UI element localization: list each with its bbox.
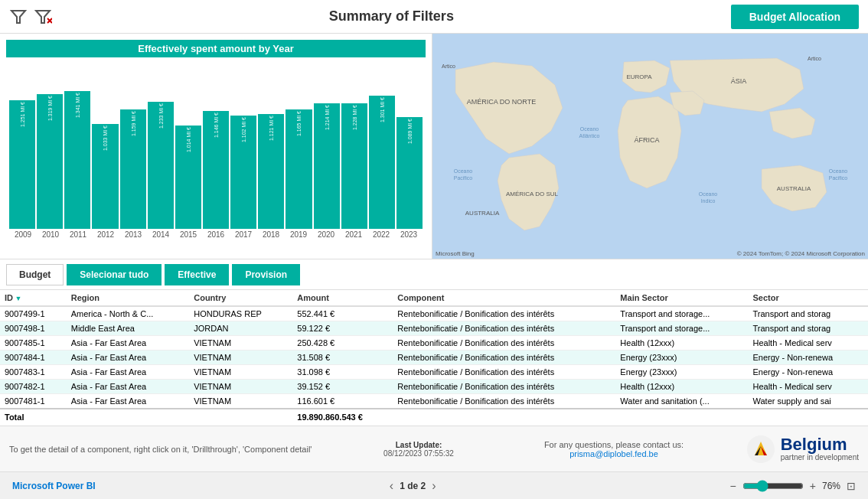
svg-text:AUSTRALIA: AUSTRALIA bbox=[465, 210, 500, 217]
svg-text:Pacifico: Pacifico bbox=[829, 175, 848, 181]
bar-2015[interactable]: 1.014 MI € bbox=[175, 60, 201, 229]
x-label-2021: 2021 bbox=[340, 230, 367, 239]
col-region[interactable]: Region bbox=[67, 290, 190, 306]
tab-effective[interactable]: Effective bbox=[165, 264, 229, 285]
cell-0-row-3: 9007484-1 bbox=[0, 351, 67, 365]
col-main-sector[interactable]: Main Sector bbox=[615, 290, 748, 306]
cell-1-row-0: America - North & C... bbox=[67, 306, 190, 321]
cell-4-row-6: Rentebonificatie / Bonification des inté… bbox=[393, 394, 615, 409]
map-credit: © 2024 TomTom; © 2024 Microsoft Corporat… bbox=[737, 250, 865, 257]
zoom-out-button[interactable]: − bbox=[730, 480, 736, 492]
svg-text:ÁSIA: ÁSIA bbox=[731, 77, 747, 85]
cell-2-row-2: VIETNAM bbox=[189, 336, 292, 351]
x-label-2015: 2015 bbox=[175, 230, 202, 239]
cell-3-row-4: 31.098 € bbox=[292, 365, 393, 380]
x-label-2014: 2014 bbox=[147, 230, 175, 239]
cell-1-row-6: Asia - Far East Area bbox=[67, 394, 190, 409]
bar-value-2019: 1.165 MI € bbox=[296, 111, 302, 136]
next-page-button[interactable]: › bbox=[432, 479, 436, 493]
table-row[interactable]: 9007499-1America - North & C...HONDURAS … bbox=[0, 306, 868, 321]
fit-screen-button[interactable]: ⊡ bbox=[847, 480, 856, 492]
svg-text:Oceano: Oceano bbox=[454, 168, 473, 174]
bar-2013[interactable]: 1.159 MI € bbox=[120, 60, 146, 229]
bar-2009[interactable]: 1.251 MI € bbox=[9, 60, 35, 229]
bar-2022[interactable]: 1.301 MI € bbox=[369, 60, 395, 229]
bar-value-2013: 1.159 MI € bbox=[130, 111, 135, 136]
col-country[interactable]: Country bbox=[189, 290, 292, 306]
tab-select-all[interactable]: Selecionar tudo bbox=[67, 264, 162, 285]
x-label-2011: 2011 bbox=[64, 230, 92, 239]
cell-5-row-2: Health (12xxx) bbox=[615, 336, 748, 351]
x-label-2023: 2023 bbox=[395, 230, 423, 239]
table-row[interactable]: 9007498-1Middle East AreaJORDAN59.122 €R… bbox=[0, 321, 868, 336]
bar-2018[interactable]: 1.121 MI € bbox=[258, 60, 284, 229]
cell-2-row-6: VIETNAM bbox=[189, 394, 292, 409]
x-label-2017: 2017 bbox=[230, 230, 257, 239]
cell-4-row-1: Rentebonificatie / Bonification des inté… bbox=[393, 321, 615, 336]
bar-value-2015: 1.014 MI € bbox=[185, 127, 191, 152]
page-info: 1 de 2 bbox=[400, 481, 426, 491]
svg-text:Artico: Artico bbox=[808, 56, 821, 61]
bar-chart-xaxis: 2009201020112012201320142015201620172018… bbox=[6, 229, 426, 239]
bar-2012[interactable]: 1.033 MI € bbox=[92, 60, 118, 229]
bar-2016[interactable]: 1.146 MI € bbox=[203, 60, 229, 229]
col-component[interactable]: Component bbox=[393, 290, 615, 306]
cell-1-row-5: Asia - Far East Area bbox=[67, 380, 190, 394]
col-id[interactable]: ID bbox=[0, 290, 67, 306]
svg-text:AMÉRICA DO SUL: AMÉRICA DO SUL bbox=[506, 191, 559, 197]
svg-text:AMÉRICA DO NORTE: AMÉRICA DO NORTE bbox=[467, 98, 536, 106]
charts-row: Effectively spent amount by Year 1.251 M… bbox=[0, 34, 868, 259]
belgium-flag-icon bbox=[747, 435, 775, 463]
tab-provision[interactable]: Provision bbox=[232, 264, 300, 285]
col-sector[interactable]: Sector bbox=[749, 290, 869, 306]
table-wrapper: ID Region Country Amount Component Main … bbox=[0, 290, 868, 426]
powerbi-link[interactable]: Microsoft Power BI bbox=[12, 481, 96, 491]
belgium-name: Belgium bbox=[781, 436, 859, 453]
map-ms-logo: Microsoft Bing bbox=[436, 250, 475, 257]
bar-2021[interactable]: 1.228 MI € bbox=[341, 60, 367, 229]
table-row[interactable]: 9007485-1Asia - Far East AreaVIETNAM250.… bbox=[0, 336, 868, 351]
cell-3-row-3: 31.508 € bbox=[292, 351, 393, 365]
cell-4-row-5: Rentebonificatie / Bonification des inté… bbox=[393, 380, 615, 394]
table-section: Budget Selecionar tudo Effective Provisi… bbox=[0, 259, 868, 426]
table-row[interactable]: 9007482-1Asia - Far East AreaVIETNAM39.1… bbox=[0, 380, 868, 394]
bar-2023[interactable]: 1.089 MI € bbox=[396, 60, 423, 229]
bar-2020[interactable]: 1.214 MI € bbox=[314, 60, 340, 229]
footer-contact: For any questions, please contact us: pr… bbox=[507, 440, 721, 458]
bar-2019[interactable]: 1.165 MI € bbox=[286, 60, 312, 229]
contact-email-link[interactable]: prisma@diplobel.fed.be bbox=[569, 449, 658, 458]
cell-2-row-0: HONDURAS REP bbox=[189, 306, 292, 321]
tab-budget-label: Budget bbox=[6, 264, 64, 285]
x-label-2020: 2020 bbox=[312, 230, 340, 239]
cell-6-row-4: Energy - Non-renewa bbox=[749, 365, 869, 380]
cell-0-row-4: 9007483-1 bbox=[0, 365, 67, 380]
clear-filter-icon[interactable] bbox=[34, 8, 52, 26]
cell-5-row-6: Water and sanitation (... bbox=[615, 394, 748, 409]
cell-3-row-1: 59.122 € bbox=[292, 321, 393, 336]
x-label-2019: 2019 bbox=[285, 230, 312, 239]
table-row[interactable]: 9007481-1Asia - Far East AreaVIETNAM116.… bbox=[0, 394, 868, 409]
filter-icon[interactable] bbox=[9, 8, 28, 26]
bar-value-2021: 1.228 MI € bbox=[351, 105, 357, 130]
x-label-2009: 2009 bbox=[9, 230, 37, 239]
x-label-2016: 2016 bbox=[202, 230, 230, 239]
cell-6-row-2: Health - Medical serv bbox=[749, 336, 869, 351]
footer-center: Last Update: 08/12/2023 07:55:32 bbox=[331, 441, 507, 458]
bar-2011[interactable]: 1.341 MI € bbox=[64, 60, 90, 229]
col-amount[interactable]: Amount bbox=[292, 290, 393, 306]
zoom-slider[interactable] bbox=[742, 480, 804, 492]
zoom-in-button[interactable]: + bbox=[810, 480, 816, 492]
powerbi-link-container: Microsoft Power BI bbox=[12, 481, 96, 491]
map-container: AMÉRICA DO NORTE AMÉRICA DO SUL EUROPA Á… bbox=[432, 34, 868, 259]
total-label: Total bbox=[0, 409, 67, 425]
cell-6-row-1: Transport and storag bbox=[749, 321, 869, 336]
cell-0-row-5: 9007482-1 bbox=[0, 380, 67, 394]
table-row[interactable]: 9007483-1Asia - Far East AreaVIETNAM31.0… bbox=[0, 365, 868, 380]
bar-2017[interactable]: 1.102 MI € bbox=[230, 60, 256, 229]
prev-page-button[interactable]: ‹ bbox=[390, 479, 393, 493]
table-row[interactable]: 9007484-1Asia - Far East AreaVIETNAM31.5… bbox=[0, 351, 868, 365]
budget-allocation-button[interactable]: Budget Allocation bbox=[731, 5, 859, 29]
bar-2014[interactable]: 1.233 MI € bbox=[148, 60, 174, 229]
pagination: ‹ 1 de 2 › bbox=[390, 479, 436, 493]
bar-2010[interactable]: 1.319 MI € bbox=[37, 60, 63, 229]
